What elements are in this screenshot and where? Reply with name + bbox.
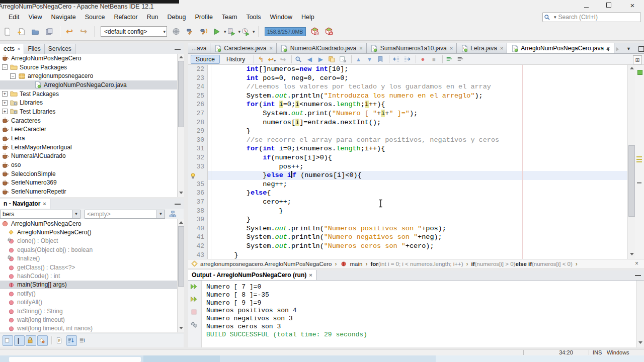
member-hashcodeint[interactable]: hashCode() : int (0, 272, 177, 280)
menu-debug[interactable]: Debug (163, 13, 191, 22)
rerun-button[interactable] (190, 283, 200, 292)
stop-macro-button[interactable]: ■ (430, 55, 440, 64)
member-tostringstring[interactable]: toString() : String (0, 307, 177, 315)
code-line[interactable]: for(int i=0;i<numeros.length;i++){ (214, 100, 385, 109)
member-mainstringargs[interactable]: main(String[] args) (0, 281, 177, 289)
save-all-button[interactable] (44, 25, 57, 38)
code-line[interactable]: pos++; (214, 162, 303, 171)
scroll-up-icon[interactable] (178, 54, 184, 60)
nb-clock-button[interactable] (309, 25, 323, 38)
member-finalize[interactable]: finalize() (0, 254, 177, 263)
line-number[interactable]: 36 (189, 189, 204, 198)
menu-view[interactable]: View (24, 13, 47, 22)
line-number[interactable]: 42 (189, 242, 204, 251)
code-line[interactable]: }else if (numeros[i]<0){ (214, 171, 362, 180)
close-icon[interactable]: × (309, 272, 312, 278)
tree-item-numeralalcuadrado[interactable]: NumeralAlCuadrado (0, 152, 177, 161)
scroll-up-icon[interactable] (628, 65, 635, 71)
collapse-icon[interactable]: − (10, 73, 16, 79)
line-number[interactable]: 22 (189, 65, 204, 74)
tab-list-icon[interactable]: ▼ (626, 46, 631, 51)
line-number[interactable]: 39 (189, 215, 204, 224)
rerun-changed-button[interactable] (190, 296, 200, 305)
chevron-down-icon[interactable]: ▾ (238, 29, 241, 34)
line-number[interactable]: 32 (189, 153, 204, 162)
editor-tab-sumanumeros1a10java[interactable]: SumaNumeros1a10.java× (367, 43, 457, 53)
warning-mark[interactable] (636, 159, 642, 160)
search-dropdown-icon[interactable]: ▾ (554, 15, 556, 20)
projects-scrollbar[interactable] (177, 54, 184, 197)
config-select[interactable]: <default config>▾ (101, 26, 167, 37)
breadcrumb-item[interactable]: if (numeros[i] > 0) else if (numeros[i] … (471, 261, 573, 267)
line-number[interactable]: 29 (189, 127, 204, 136)
maximize-button[interactable] (601, 2, 616, 10)
code-line[interactable]: } (214, 251, 238, 259)
toggle-bookmark-button[interactable] (376, 55, 386, 64)
jump-back-button[interactable]: ↩▾ (268, 55, 278, 64)
menu-help[interactable]: Help (297, 13, 319, 22)
code-line[interactable]: System.out.println("Numero negativos son… (214, 233, 442, 242)
line-number[interactable]: 38 (189, 207, 204, 216)
prev-bookmark-button[interactable]: ▲ (354, 55, 364, 64)
tree-item-letramayormenorigual[interactable]: LetraMayorMenorIgual (0, 143, 177, 152)
close-breadcrumb-icon[interactable]: × (635, 260, 638, 267)
tree-item-libraries[interactable]: +Libraries (0, 98, 177, 107)
close-icon[interactable]: × (450, 45, 453, 51)
tab-services[interactable]: Services (45, 44, 75, 54)
toggle-highlight-button[interactable] (328, 55, 338, 64)
line-number[interactable]: 35 (189, 180, 204, 189)
run-button[interactable]: ▾ (213, 25, 226, 38)
tab-output[interactable]: Output - ArregloNumPosNegaCero (run)× (188, 270, 316, 280)
chevron-down-icon[interactable]: ▾ (224, 29, 226, 34)
warning-mark[interactable] (636, 161, 642, 162)
memory-indicator[interactable]: 158.8/257.0MB (265, 27, 306, 36)
code-line[interactable]: int[]numeros=new int[10]; (214, 65, 348, 74)
breadcrumb-item[interactable]: arreglonumposnegacero.ArregloNumPosNegaC… (190, 260, 332, 267)
output-console[interactable]: Numero [ 7 ]=0Numero [ 8 ]=-35Numero [ 9… (188, 281, 644, 347)
line-number[interactable]: 33 (189, 162, 204, 171)
open-project-button[interactable] (30, 25, 43, 38)
expand-icon[interactable]: + (2, 91, 8, 97)
scroll-down-icon[interactable] (178, 325, 184, 331)
close-icon[interactable]: × (359, 45, 362, 51)
scroll-down-icon[interactable] (636, 340, 644, 346)
editor-tab-caracteresjava[interactable]: Caracteres.java× (210, 43, 276, 53)
code-line[interactable]: }else{ (214, 189, 271, 198)
scroll-down-icon[interactable] (628, 251, 635, 257)
scroll-tabs-right-icon[interactable] (616, 44, 619, 53)
debug-button[interactable]: ▾ (227, 25, 241, 38)
warning-mark[interactable] (636, 156, 642, 157)
line-number[interactable]: 23 (189, 74, 204, 83)
comment-button[interactable] (445, 55, 455, 64)
members-view-select[interactable]: bers▼ (0, 210, 80, 219)
tab-ects[interactable]: ects× (0, 44, 24, 54)
editor-scrollbar[interactable] (627, 65, 635, 259)
code-line[interactable]: System.out.println("Introduzca los numer… (214, 92, 483, 101)
find-button[interactable] (294, 55, 304, 64)
member-cloneobject[interactable]: clone() : Object (0, 237, 177, 245)
member-arreglonumposnegacero[interactable]: ArregloNumPosNegaCero (0, 219, 177, 228)
line-number[interactable]: 41 (189, 233, 204, 242)
menu-source[interactable]: Source (80, 13, 110, 22)
code-line[interactable]: } (214, 207, 283, 216)
jump-forward-button[interactable]: ↪ (279, 55, 289, 64)
output-scrollbar[interactable] (636, 281, 644, 347)
editor-tab-letrajava[interactable]: Letra.java× (457, 43, 507, 53)
sort-source-button[interactable] (78, 335, 89, 346)
stop-button[interactable] (190, 308, 200, 317)
scroll-tabs-left-icon[interactable] (606, 44, 609, 53)
prev-occurrence-button[interactable]: ◀ (305, 55, 315, 64)
breadcrumb-item[interactable]: for (int i = 0; i < numeros.length; i++) (370, 261, 463, 267)
tree-item-seleccionsimple[interactable]: SeleccionSimple (0, 169, 177, 178)
menu-tools[interactable]: Tools (242, 13, 265, 22)
member-equalsobjectobjboolean[interactable]: equals(Object obj) : boolean (0, 245, 177, 254)
split-editor-icon[interactable]: ⊞ (633, 55, 642, 64)
next-bookmark-button[interactable]: ▼ (365, 55, 375, 64)
new-file-button[interactable] (16, 25, 29, 38)
expand-icon[interactable]: + (2, 100, 8, 106)
navigator-scroll-thumb[interactable] (178, 226, 184, 287)
editor-tab-ava[interactable]: ...ava (188, 43, 210, 53)
minimize-panel-icon[interactable] (635, 275, 641, 278)
nb-stop-button[interactable] (324, 25, 337, 38)
editor-tab-numeroalcuadradojava[interactable]: NumeroAlCuadrado.java× (277, 43, 367, 53)
